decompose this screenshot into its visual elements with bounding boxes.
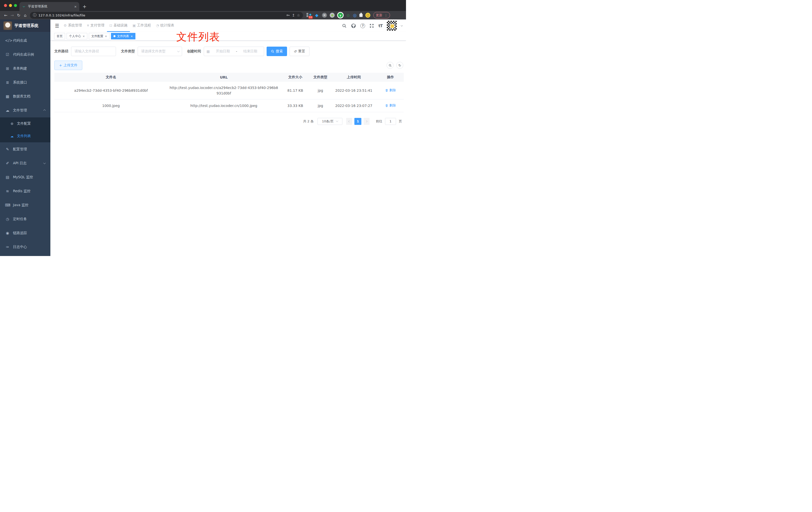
upload-file-button[interactable]: + 上传文件 bbox=[54, 61, 82, 70]
topnav-system[interactable]: ⚙ 系统管理 bbox=[61, 20, 85, 32]
forward-icon[interactable]: → bbox=[9, 12, 16, 19]
sidebar-item-form-builder[interactable]: ⊞ 表单构建 bbox=[0, 62, 50, 76]
start-date-input[interactable]: 开始日期 bbox=[212, 49, 234, 54]
diamond-icon: ◆ bbox=[309, 13, 312, 16]
back-icon[interactable]: ← bbox=[2, 12, 9, 19]
chevron-left-icon bbox=[348, 120, 350, 122]
extension-star-icon[interactable]: ☆ bbox=[346, 13, 350, 18]
zoom-window-button[interactable] bbox=[14, 4, 17, 7]
refresh-button[interactable]: ↻ bbox=[396, 62, 403, 69]
topnav-pay[interactable]: ¥ 支付管理 bbox=[85, 20, 107, 32]
prev-page-button[interactable] bbox=[346, 118, 352, 125]
topnav-infra[interactable]: ⊡ 基础设施 bbox=[107, 20, 130, 32]
address-bar[interactable]: ⓘ 127.0.0.1:1024/infra/file/file ↥ ☆ bbox=[30, 12, 303, 19]
font-size-icon[interactable]: tT bbox=[378, 24, 382, 28]
delete-button[interactable]: 删除 bbox=[385, 103, 396, 108]
share-icon[interactable]: ↥ bbox=[292, 13, 295, 17]
search-button[interactable]: 搜索 bbox=[267, 47, 287, 56]
tag-profile[interactable]: 个人中心 × bbox=[66, 33, 87, 39]
topnav-workflow[interactable]: ▣ 工作流程 bbox=[130, 20, 153, 32]
total-count: 共 2 条 bbox=[303, 119, 314, 124]
table-header: 文件名 URL 文件大小 文件类型 上传时间 操作 bbox=[54, 73, 404, 82]
sidebar-item-trace[interactable]: ◉ 链路追踪 bbox=[0, 226, 50, 240]
briefcase-icon: ▣ bbox=[133, 24, 136, 27]
extension-dot-icon[interactable] bbox=[330, 13, 335, 18]
close-icon[interactable]: × bbox=[83, 35, 85, 38]
browser-menu-icon[interactable]: ⋮ bbox=[384, 13, 387, 17]
sidebar: 芋道管理系统 </> 代码生成 ☑ 代码生成示例 ⊞ 表单构建 ≣ 系统接口 bbox=[0, 20, 50, 256]
search-icon bbox=[271, 50, 274, 53]
reload-icon[interactable]: ↻ bbox=[16, 12, 22, 19]
help-icon[interactable]: ? bbox=[360, 24, 365, 28]
end-date-input[interactable]: 结束日期 bbox=[239, 49, 261, 54]
header-actions: ? tT bbox=[342, 21, 403, 31]
sidebar-submenu-file: ⚙ 文件配置 ☁ 文件列表 bbox=[0, 117, 50, 142]
range-separator: - bbox=[236, 49, 237, 53]
file-type-label: 文件类型 bbox=[121, 49, 135, 54]
avatar-caret-icon[interactable] bbox=[401, 24, 403, 26]
logo-image bbox=[3, 22, 12, 30]
sidebar-item-code-gen[interactable]: </> 代码生成 bbox=[0, 34, 50, 48]
extensions-puzzle-icon[interactable] bbox=[359, 14, 362, 17]
create-time-label: 创建时间 bbox=[187, 49, 201, 54]
tab-close-icon[interactable]: × bbox=[74, 5, 77, 8]
current-page-button[interactable]: 1 bbox=[354, 118, 361, 125]
sidebar-item-scheduled-tasks[interactable]: ◷ 定时任务 bbox=[0, 212, 50, 226]
close-icon[interactable]: × bbox=[130, 35, 133, 38]
fullscreen-icon[interactable] bbox=[369, 24, 374, 28]
home-icon[interactable]: ⌂ bbox=[22, 12, 28, 19]
cell-file-size: 33.33 KB bbox=[280, 99, 311, 112]
browser-tab[interactable]: 芋道管理系统 × bbox=[20, 2, 79, 11]
sidebar-item-file-management[interactable]: ☁ 文件管理 bbox=[0, 103, 50, 117]
delete-button[interactable]: 删除 bbox=[385, 88, 396, 93]
extension-eye-icon[interactable]: ◎ bbox=[353, 13, 357, 18]
page-size-select[interactable]: 10条/页 bbox=[317, 118, 342, 125]
extension-gem-icon[interactable]: ◆ bbox=[314, 13, 319, 18]
new-tab-button[interactable]: + bbox=[81, 3, 88, 10]
sidebar-item-db-doc[interactable]: ▦ 数据库文档 bbox=[0, 89, 50, 103]
sidebar-item-mysql-monitor[interactable]: ▤ MySQL 监控 bbox=[0, 170, 50, 184]
file-type-select[interactable]: 请选择文件类型 bbox=[138, 47, 182, 56]
github-icon[interactable] bbox=[351, 23, 356, 28]
minimize-window-button[interactable] bbox=[9, 4, 12, 7]
sidebar-item-file-list[interactable]: ☁ 文件列表 bbox=[0, 130, 50, 142]
profile-avatar-icon[interactable]: ☺ bbox=[365, 13, 370, 18]
tag-file-list[interactable]: 文件列表 × bbox=[111, 33, 135, 39]
search-icon[interactable] bbox=[342, 24, 347, 28]
tag-home[interactable]: 首页 bbox=[54, 33, 65, 39]
sidebar-item-system-api[interactable]: ≣ 系统接口 bbox=[0, 76, 50, 89]
close-icon[interactable]: × bbox=[105, 35, 107, 38]
site-info-icon[interactable]: ⓘ bbox=[33, 13, 36, 18]
sidebar-item-java-monitor[interactable]: ⌨ Java 监控 bbox=[0, 198, 50, 212]
sidebar-item-api-log[interactable]: ✐ API 日志 bbox=[0, 156, 50, 170]
sidebar-item-code-demo[interactable]: ☑ 代码生成示例 bbox=[0, 48, 50, 62]
log-pencil-icon: ✐ bbox=[5, 161, 10, 165]
tag-file-config[interactable]: 文件配置 × bbox=[89, 33, 110, 39]
reset-button[interactable]: ↺ 重置 bbox=[290, 47, 310, 56]
screen: 芋道管理系统 × + ← → ↻ ⌂ ⓘ 127.0.0.1:1024/infr… bbox=[0, 0, 406, 256]
sidebar-item-config-management[interactable]: ✎ 配置管理 bbox=[0, 142, 50, 156]
bookmark-star-icon[interactable]: ☆ bbox=[297, 13, 300, 17]
date-range-picker[interactable]: ▦ 开始日期 - 结束日期 bbox=[204, 47, 264, 56]
topnav-report[interactable]: ◔ 统计报表 bbox=[154, 20, 177, 32]
show-search-button[interactable] bbox=[386, 62, 394, 69]
password-key-icon[interactable] bbox=[286, 13, 290, 17]
sidebar-item-redis-monitor[interactable]: ≋ Redis 监控 bbox=[0, 184, 50, 198]
goto-page-input[interactable]: 1 bbox=[385, 118, 396, 125]
hamburger-icon[interactable]: ☰ bbox=[53, 23, 61, 28]
extension-y-icon[interactable]: y bbox=[338, 13, 343, 18]
close-window-button[interactable] bbox=[4, 4, 7, 7]
col-file-name: 文件名 bbox=[54, 73, 168, 82]
sidebar-item-log-center[interactable]: ✑ 日志中心 bbox=[0, 240, 50, 254]
url-text[interactable]: 127.0.0.1:1024/infra/file/file bbox=[38, 13, 284, 17]
sidebar-item-file-config[interactable]: ⚙ 文件配置 bbox=[0, 117, 50, 130]
browser-update-button[interactable]: 更新 ⋮ bbox=[373, 12, 390, 19]
next-page-button[interactable] bbox=[364, 118, 370, 125]
user-avatar[interactable] bbox=[387, 21, 397, 31]
extension-command-icon[interactable]: ⌘ bbox=[322, 13, 327, 18]
app-logo: 芋道管理系统 bbox=[0, 20, 50, 32]
file-path-input[interactable]: 请输入文件路径 bbox=[71, 47, 116, 56]
file-path-label: 文件路径 bbox=[54, 49, 68, 54]
extension-tabs-icon[interactable]: ◆ 11 bbox=[307, 13, 312, 18]
pagination: 共 2 条 10条/页 1 前往 1 页 bbox=[54, 118, 404, 125]
